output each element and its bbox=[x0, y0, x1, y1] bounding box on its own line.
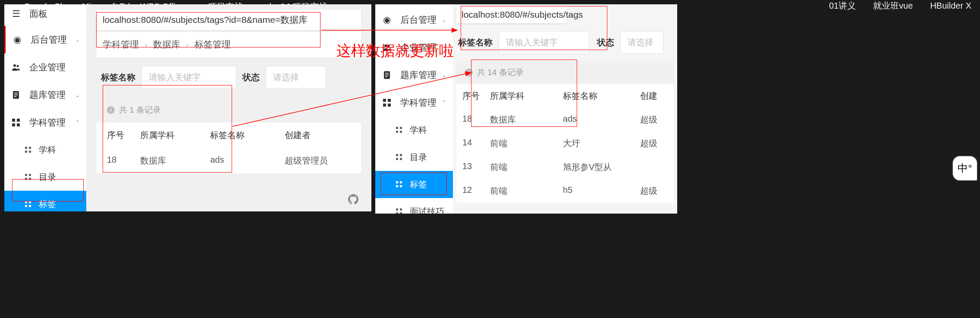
chevron-right-icon: › bbox=[186, 41, 188, 49]
tag-name-input[interactable]: 请输入关键字 bbox=[141, 66, 236, 89]
record-count-bar: i 共 1 条记录 bbox=[97, 98, 361, 123]
sub-label: 学科 bbox=[39, 144, 56, 156]
desktop-icon-vue[interactable]: 就业班vue bbox=[873, 0, 913, 12]
cell: 大圩 bbox=[563, 138, 640, 149]
watermark: www.mimiruqi.com bbox=[168, 4, 240, 6]
filter-label-tag: 标签名称 bbox=[101, 72, 135, 83]
url-text: localhost:8080/#/subjects/tags bbox=[462, 9, 583, 19]
svg-rect-18 bbox=[25, 201, 27, 203]
status-select[interactable]: 请选择 bbox=[620, 31, 663, 54]
svg-rect-20 bbox=[25, 205, 27, 207]
data-table: 序号 所属学科 标签名称 创建者 18 数据库 ads 超级管理员 bbox=[97, 123, 361, 173]
sidebar-sub-tags[interactable]: 标签 bbox=[375, 171, 453, 198]
sidebar-item-admin[interactable]: ◉ 后台管理 ⌄ bbox=[4, 26, 86, 54]
left-panel: ☰ 面板 ◉ 后台管理 ⌄ 企业管理 题库管理 ⌄ 学科管理 ⌃ 学科 目录 bbox=[4, 4, 371, 211]
grid-small-icon bbox=[396, 154, 403, 161]
sidebar-left: ☰ 面板 ◉ 后台管理 ⌄ 企业管理 题库管理 ⌄ 学科管理 ⌃ 学科 目录 bbox=[4, 4, 86, 211]
sidebar-label: 学科管理 bbox=[400, 97, 437, 109]
chevron-down-icon: ⌄ bbox=[75, 36, 80, 43]
sidebar-sub-interview[interactable]: 面试技巧 bbox=[375, 198, 453, 214]
desktop-icon-handout[interactable]: 01讲义 bbox=[829, 0, 856, 12]
tag-name-input[interactable]: 请输入关键字 bbox=[499, 31, 589, 54]
cell: 超级 bbox=[640, 138, 670, 149]
sidebar-item-enterprise[interactable]: 企业管理 bbox=[4, 54, 86, 81]
sidebar-item-admin[interactable]: ◉ 后台管理 ⌄ bbox=[375, 4, 453, 34]
filter-label-status: 状态 bbox=[597, 37, 614, 48]
data-card: i 共 14 条记录 序号 所属学科 标签名称 创建 18 数据库 ads 超级… bbox=[456, 61, 674, 203]
svg-point-0 bbox=[13, 64, 16, 67]
cell: 18 bbox=[460, 114, 490, 126]
svg-rect-16 bbox=[25, 178, 27, 180]
sidebar-sub-subject[interactable]: 学科 bbox=[375, 116, 453, 144]
table-row[interactable]: 18 数据库 ads 超级管理员 bbox=[97, 148, 361, 173]
chat-assistant-bubble[interactable]: 中° bbox=[952, 155, 978, 181]
url-display: localhost:8080/#/subjects/tags?id=8&name… bbox=[97, 9, 361, 31]
sidebar-item-subject[interactable]: 学科管理 ⌃ bbox=[4, 109, 86, 136]
sidebar-sub-tags[interactable]: 标签 bbox=[4, 191, 86, 211]
svg-rect-27 bbox=[385, 76, 387, 77]
cell: 14 bbox=[460, 138, 490, 149]
svg-rect-38 bbox=[396, 158, 398, 160]
sidebar-item-question[interactable]: 题库管理 ⌄ bbox=[4, 81, 86, 109]
cell: 数据库 bbox=[490, 114, 563, 126]
table-row[interactable]: 18 数据库 ads 超级 bbox=[456, 108, 674, 132]
chevron-down-icon: ⌄ bbox=[75, 91, 80, 98]
svg-rect-10 bbox=[25, 147, 27, 149]
table-header-row: 序号 所属学科 标签名称 创建者 bbox=[97, 123, 361, 148]
sidebar-collapse[interactable]: ☰ 面板 bbox=[4, 4, 86, 26]
sidebar-item-enterprise[interactable]: 企业管理 bbox=[375, 34, 453, 61]
grid-small-icon bbox=[25, 174, 32, 181]
users-icon bbox=[382, 43, 392, 52]
github-icon[interactable] bbox=[348, 194, 358, 207]
desktop-icon-labels-right: 01讲义 就业班vue HBuilder X bbox=[829, 0, 971, 12]
grid-icon bbox=[11, 118, 21, 127]
sidebar-sub-catalog[interactable]: 目录 bbox=[4, 164, 86, 191]
sidebar-top-label: 面板 bbox=[29, 8, 47, 20]
cell-tagname: ads bbox=[210, 155, 284, 167]
svg-rect-30 bbox=[383, 104, 386, 107]
breadcrumb-item[interactable]: 数据库 bbox=[153, 39, 180, 49]
svg-rect-14 bbox=[25, 174, 27, 176]
desktop-icon-hbuilder[interactable]: HBuilder X bbox=[930, 1, 971, 11]
sidebar-sub-subject[interactable]: 学科 bbox=[4, 136, 86, 164]
table-row[interactable]: 14 前端 大圩 超级 bbox=[456, 132, 674, 155]
sidebar-sub-catalog[interactable]: 目录 bbox=[375, 144, 453, 171]
chevron-down-icon: ⌄ bbox=[442, 72, 447, 79]
table-row[interactable]: 12 前端 h5 超级 bbox=[456, 179, 674, 203]
sidebar-label: 后台管理 bbox=[400, 14, 437, 26]
svg-rect-11 bbox=[29, 147, 31, 149]
breadcrumb-current: 标签管理 bbox=[195, 39, 231, 49]
grid-small-icon bbox=[25, 147, 32, 154]
th-index: 序号 bbox=[107, 129, 140, 141]
svg-rect-32 bbox=[396, 127, 398, 129]
status-select[interactable]: 请选择 bbox=[266, 66, 326, 89]
table-row[interactable]: 13 前端 旭形参V型从 bbox=[456, 155, 674, 179]
sidebar-item-subject[interactable]: 学科管理 ⌃ bbox=[375, 89, 453, 116]
hamburger-icon: ☰ bbox=[11, 9, 21, 19]
sidebar-label: 后台管理 bbox=[31, 34, 67, 46]
svg-rect-6 bbox=[12, 119, 15, 122]
breadcrumb-item[interactable]: 学科管理 bbox=[103, 39, 139, 49]
svg-rect-31 bbox=[388, 104, 391, 107]
cell: 13 bbox=[460, 161, 490, 173]
cell-creator: 超级管理员 bbox=[285, 155, 351, 167]
svg-rect-36 bbox=[396, 154, 398, 156]
dashboard-icon: ◉ bbox=[382, 15, 392, 25]
content-right: localhost:8080/#/subjects/tags 标签名称 请输入关… bbox=[453, 4, 677, 214]
data-table: 序号 所属学科 标签名称 创建 18 数据库 ads 超级 14 前端 大圩 超… bbox=[456, 84, 674, 203]
grid-small-icon bbox=[25, 201, 32, 208]
url-text: localhost:8080/#/subjects/tags?id=8&name… bbox=[103, 15, 308, 25]
svg-rect-33 bbox=[400, 127, 402, 129]
grid-small-icon bbox=[396, 208, 403, 214]
th-subject: 所属学科 bbox=[490, 90, 563, 102]
table-header-row: 序号 所属学科 标签名称 创建 bbox=[456, 84, 674, 108]
svg-rect-29 bbox=[388, 99, 391, 102]
sidebar-item-question[interactable]: 题库管理 ⌄ bbox=[375, 61, 453, 89]
filter-row: 标签名称 请输入关键字 状态 请选择 bbox=[456, 31, 674, 54]
svg-rect-40 bbox=[396, 181, 398, 183]
info-icon: i bbox=[465, 69, 473, 76]
cell: 超级 bbox=[640, 185, 670, 197]
sub-label: 学科 bbox=[410, 124, 427, 136]
cell: 前端 bbox=[490, 161, 563, 173]
dashboard-icon: ◉ bbox=[13, 35, 22, 44]
